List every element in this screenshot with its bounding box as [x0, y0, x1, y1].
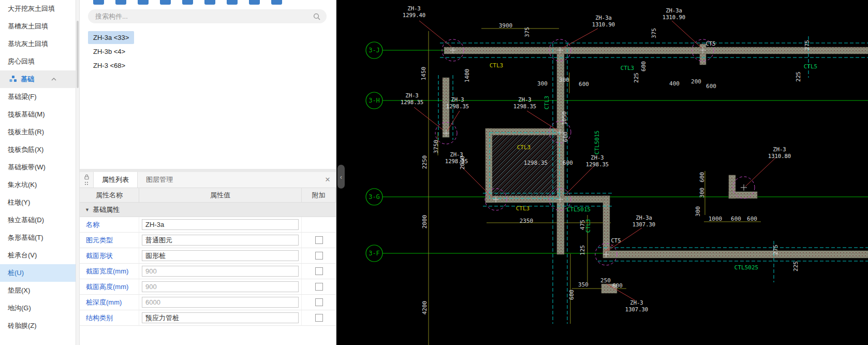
search-icon — [313, 13, 320, 20]
drag-handle-icon[interactable] — [84, 181, 89, 185]
cad-component-label: ZH-3 — [518, 96, 531, 103]
sidebar-item-pile[interactable]: 桩(U) — [0, 264, 76, 282]
cad-dimension: 275 — [804, 40, 811, 50]
property-value-input[interactable] — [142, 219, 299, 230]
cad-dimension: 600 — [747, 215, 757, 222]
cad-component-label: 1310.90 — [663, 14, 685, 20]
cad-viewport: ‹ 3-J3-H3-G3-F 3900375375145014002256003… — [336, 0, 868, 345]
cad-component-label: CT5 — [611, 237, 621, 243]
panel-collapse-button[interactable]: ‹ — [337, 165, 345, 189]
cad-tag: CTL5025 — [734, 264, 758, 271]
cad-dimension: 225 — [633, 73, 640, 83]
cad-component-label: 1310.90 — [592, 21, 615, 27]
attach-checkbox[interactable] — [315, 283, 323, 291]
section-foundation-properties[interactable]: ▼ 基础属性 — [80, 203, 336, 217]
tab-property-list[interactable]: 属性列表 — [93, 172, 138, 188]
sidebar-item-column-pier[interactable]: 柱墩(Y) — [0, 194, 76, 211]
toolbar-icon[interactable] — [160, 0, 171, 5]
component-list-item[interactable]: ZH-3 <68> — [88, 59, 130, 72]
cad-dimension: 600 — [699, 172, 705, 182]
toolbar-icon[interactable] — [204, 0, 215, 5]
cad-tag: CTL3 — [516, 205, 530, 212]
cad-dimension: 600 — [612, 282, 623, 289]
cad-canvas[interactable]: 3-J3-H3-G3-F 390037537514501400225600300… — [336, 0, 868, 345]
component-list: ZH-3a <33> ZH-3b <4> ZH-3 <68> — [88, 31, 328, 73]
cad-dimension: 400 — [669, 80, 680, 87]
property-value-input[interactable] — [142, 312, 299, 323]
sidebar-item-strip-foundation[interactable]: 条形基础(T) — [0, 229, 76, 247]
cad-tag: CTL3 — [490, 62, 504, 69]
property-row-section-width: 截面宽度(mm) — [80, 264, 336, 279]
property-name: 名称 — [80, 217, 139, 232]
cad-dimension: 300 — [537, 80, 548, 87]
sidebar-group-foundation[interactable]: 基础 — [0, 70, 76, 88]
toolbar-icon[interactable] — [271, 0, 282, 5]
property-name: 截面形状 — [80, 248, 139, 263]
sidebar-item-jicao-backfill[interactable]: 基槽灰土回填 — [0, 18, 76, 35]
sidebar-item-brick-formwork[interactable]: 砖胎膜(Z) — [0, 317, 76, 335]
column-header-name: 属性名称 — [80, 188, 139, 202]
sidebar-scrollbar[interactable] — [76, 0, 80, 345]
property-value-input[interactable] — [142, 235, 299, 246]
section-label: 基础属性 — [93, 205, 120, 214]
sidebar-item-raft-main-rebar[interactable]: 筏板主筋(R) — [0, 123, 76, 141]
attach-checkbox[interactable] — [315, 267, 323, 275]
cad-dimension: 375 — [524, 27, 531, 37]
component-list-item[interactable]: ZH-3a <33> — [88, 31, 134, 44]
component-list-item[interactable]: ZH-3b <4> — [88, 45, 130, 58]
cad-dimension: 600 — [579, 81, 589, 88]
attach-checkbox[interactable] — [315, 252, 323, 260]
toolbar-icon[interactable] — [115, 0, 126, 5]
component-type-sidebar: 大开挖灰土回填 基槽灰土回填 基坑灰土回填 房心回填 基础 基础梁(F) 筏板基… — [0, 0, 76, 345]
cad-dimension: 375 — [651, 28, 657, 38]
toolbar-icon[interactable] — [227, 0, 238, 5]
sidebar-item-cushion[interactable]: 垫层(X) — [0, 282, 76, 299]
toolbar-icon[interactable] — [182, 0, 193, 5]
search-input[interactable] — [94, 12, 313, 21]
sidebar-item-jikeng-backfill[interactable]: 基坑灰土回填 — [0, 35, 76, 53]
property-value-input[interactable] — [142, 266, 299, 277]
property-value-input[interactable] — [142, 297, 299, 308]
cad-component-label: 1299.40 — [403, 12, 425, 18]
toolbar-icon[interactable] — [249, 0, 260, 5]
close-icon[interactable]: × — [319, 172, 336, 188]
cad-component-label: ZH-3 — [450, 151, 463, 157]
cad-component-label: 1298.35 — [445, 158, 468, 164]
attach-checkbox[interactable] — [315, 298, 323, 306]
sidebar-item-foundation-slab-band[interactable]: 基础板带(W) — [0, 159, 76, 176]
sidebar-item-sump-pit[interactable]: 集水坑(K) — [0, 176, 76, 194]
sidebar-item-dakaiwa-backfill[interactable]: 大开挖灰土回填 — [0, 0, 76, 18]
tab-layer-manager[interactable]: 图层管理 — [138, 172, 181, 188]
cad-dimension: 250 — [600, 277, 611, 284]
cad-axis-label: 3-H — [369, 97, 380, 104]
cad-tag: CTL3 — [543, 96, 550, 110]
cad-dimension: 2250 — [421, 155, 428, 169]
cad-tag: CTL3 — [621, 65, 635, 71]
cad-component-label: 1298.35 — [513, 103, 536, 109]
cad-dimension: 300 — [695, 206, 701, 217]
leader-line — [565, 166, 594, 195]
sidebar-item-fangxin-backfill[interactable]: 房心回填 — [0, 53, 76, 70]
sidebar-item-trench[interactable]: 地沟(G) — [0, 299, 76, 317]
cad-dimension: 300 — [699, 188, 705, 198]
wall-segment — [486, 196, 610, 203]
sidebar-item-raft-foundation[interactable]: 筏板基础(M) — [0, 106, 76, 123]
property-value-input[interactable] — [142, 250, 299, 261]
toolbar-cutoff — [93, 0, 282, 5]
cad-dimension: 3900 — [499, 22, 513, 29]
sidebar-item-foundation-beam[interactable]: 基础梁(F) — [0, 88, 76, 106]
attach-checkbox[interactable] — [315, 236, 323, 244]
sidebar-item-raft-negative-rebar[interactable]: 筏板负筋(X) — [0, 141, 76, 159]
panel-drag-gutter[interactable] — [80, 172, 93, 188]
lock-icon[interactable] — [84, 174, 90, 180]
scrollbar-thumb[interactable] — [77, 21, 79, 88]
chevron-up-icon — [51, 78, 56, 81]
property-value-input[interactable] — [142, 281, 299, 292]
cad-dimension: 600 — [568, 290, 575, 300]
toolbar-icon[interactable] — [138, 0, 149, 5]
attach-checkbox[interactable] — [315, 314, 323, 322]
toolbar-icon[interactable] — [93, 0, 104, 5]
cad-dimension: 1000 — [709, 215, 723, 222]
sidebar-item-pile-cap[interactable]: 桩承台(V) — [0, 247, 76, 264]
sidebar-item-independent-foundation[interactable]: 独立基础(D) — [0, 211, 76, 229]
